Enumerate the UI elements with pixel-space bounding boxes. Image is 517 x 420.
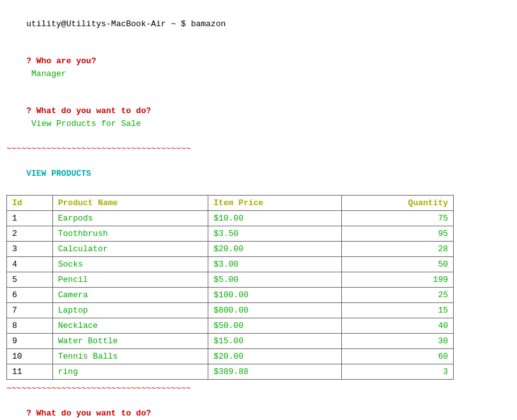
table-row: 9 Water Bottle $15.00 30: [7, 333, 454, 348]
table-row: 6 Camera $100.00 25: [7, 287, 454, 302]
cell-name: Necklace: [52, 318, 208, 333]
cell-price: $10.00: [208, 210, 342, 226]
table-row: 2 Toothbrush $3.50 95: [7, 226, 454, 241]
table-row: 7 Laptop $800.00 15: [7, 302, 454, 318]
view-products-title-line: VIEW PRODUCTS: [6, 155, 511, 192]
cell-id: 2: [7, 226, 53, 241]
products-table-header-row: Id Product Name Item Price Quantity: [7, 195, 454, 210]
who-value: Manager: [31, 69, 66, 79]
what-todo-label1: ? What do you want to do?: [26, 106, 151, 116]
cell-id: 9: [7, 333, 53, 348]
cell-price: $100.00: [208, 287, 342, 302]
cell-name: Camera: [52, 287, 208, 302]
col-header-qty: Quantity: [342, 195, 454, 210]
table-row: 11 ring $389.88 3: [7, 364, 454, 379]
products-table: Id Product Name Item Price Quantity 1 Ea…: [6, 195, 454, 380]
cell-qty: 30: [342, 333, 454, 348]
who-label: ? Who are you?: [26, 56, 96, 66]
cell-id: 11: [7, 364, 53, 379]
cell-name: Earpods: [52, 210, 208, 226]
col-header-name: Product Name: [52, 195, 208, 210]
table-row: 8 Necklace $50.00 40: [7, 318, 454, 333]
cell-price: $3.50: [208, 226, 342, 241]
cell-price: $15.00: [208, 333, 342, 348]
prompt-text: utility@Utilitys-MacBook-Air ~ $ bamazon: [26, 19, 226, 29]
cell-price: $50.00: [208, 318, 342, 333]
view-products-link1: View Products for Sale: [31, 119, 141, 128]
cell-qty: 28: [342, 241, 454, 256]
terminal-output: utility@Utilitys-MacBook-Air ~ $ bamazon…: [6, 5, 511, 420]
cell-name: Pencil: [52, 272, 208, 287]
cell-price: $5.00: [208, 272, 342, 287]
who-are-you-line: ? Who are you? Manager: [6, 43, 511, 93]
cell-name: Socks: [52, 256, 208, 272]
what-todo-line2: ? What do you want to do? View Low Inven…: [6, 394, 511, 420]
cell-name: Calculator: [52, 241, 208, 256]
cell-name: ring: [52, 364, 208, 379]
cell-id: 4: [7, 256, 53, 272]
cell-id: 3: [7, 241, 53, 256]
col-header-id: Id: [7, 195, 53, 210]
cell-name: Toothbrush: [52, 226, 208, 241]
table-row: 4 Socks $3.00 50: [7, 256, 454, 272]
cell-price: $20.00: [208, 241, 342, 256]
table-row: 10 Tennis Balls $20.00 60: [7, 348, 454, 364]
cell-price: $20.00: [208, 348, 342, 364]
cell-qty: 15: [342, 302, 454, 318]
table-row: 1 Earpods $10.00 75: [7, 210, 454, 226]
cell-qty: 199: [342, 272, 454, 287]
what-todo-label2: ? What do you want to do?: [26, 408, 151, 418]
view-products-title: VIEW PRODUCTS: [26, 169, 91, 178]
col-header-price: Item Price: [208, 195, 342, 210]
table-row: 5 Pencil $5.00 199: [7, 272, 454, 287]
cell-qty: 25: [342, 287, 454, 302]
wavy-line2: ~~~~~~~~~~~~~~~~~~~~~~~~~~~~~~~~~~~~~: [6, 382, 511, 395]
cell-id: 7: [7, 302, 53, 318]
wavy-line1: ~~~~~~~~~~~~~~~~~~~~~~~~~~~~~~~~~~~~~: [6, 143, 511, 155]
cell-name: Water Bottle: [52, 333, 208, 348]
cell-name: Tennis Balls: [52, 348, 208, 364]
cell-qty: 50: [342, 256, 454, 272]
cell-price: $800.00: [208, 302, 342, 318]
cell-qty: 95: [342, 226, 454, 241]
cell-price: $3.00: [208, 256, 342, 272]
prompt-line: utility@Utilitys-MacBook-Air ~ $ bamazon: [6, 5, 511, 43]
cell-id: 5: [7, 272, 53, 287]
cell-id: 6: [7, 287, 53, 302]
cell-id: 8: [7, 318, 53, 333]
cell-qty: 60: [342, 348, 454, 364]
cell-qty: 3: [342, 364, 454, 379]
cell-qty: 75: [342, 210, 454, 226]
cell-qty: 40: [342, 318, 454, 333]
cell-id: 10: [7, 348, 53, 364]
cell-price: $389.88: [208, 364, 342, 379]
what-todo-line1: ? What do you want to do? View Products …: [6, 93, 511, 143]
cell-name: Laptop: [52, 302, 208, 318]
cell-id: 1: [7, 210, 53, 226]
table-row: 3 Calculator $20.00 28: [7, 241, 454, 256]
